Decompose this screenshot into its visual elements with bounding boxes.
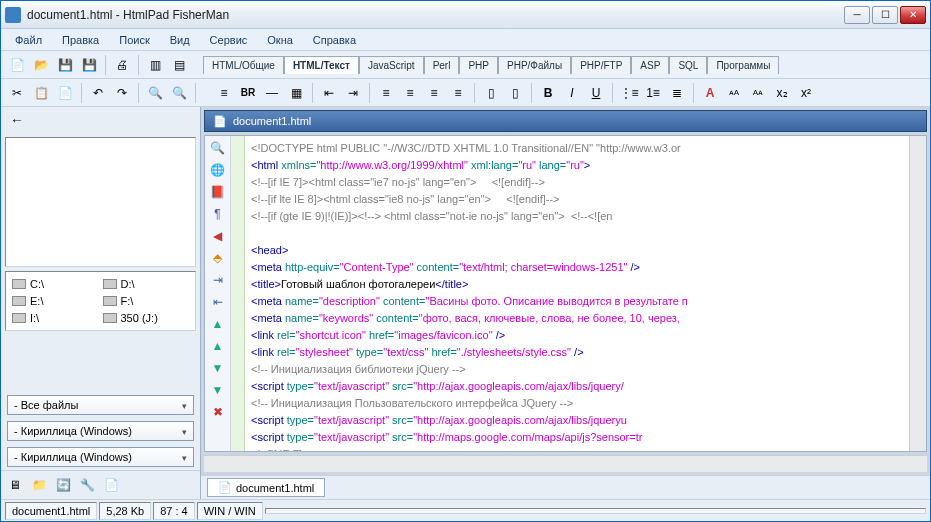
tool-icon[interactable]: 🔧 xyxy=(77,475,97,495)
indent-icon[interactable]: ⇥ xyxy=(210,272,226,288)
align-right-icon[interactable]: ≡ xyxy=(424,83,444,103)
cut-icon[interactable]: ✂ xyxy=(7,83,27,103)
maximize-button[interactable]: ☐ xyxy=(872,6,898,24)
tab-html-text[interactable]: HTML/Текст xyxy=(284,56,359,74)
font-small-icon[interactable]: ᴀA xyxy=(724,83,744,103)
arrow-down-icon[interactable]: ▼ xyxy=(210,360,226,376)
status-size: 5,28 Kb xyxy=(99,502,151,520)
br-icon[interactable]: BR xyxy=(238,83,258,103)
menu-file[interactable]: Файл xyxy=(7,31,50,49)
font-big-icon[interactable]: Aᴀ xyxy=(748,83,768,103)
list-dl-icon[interactable]: ≣ xyxy=(667,83,687,103)
pre-icon[interactable]: ▦ xyxy=(286,83,306,103)
paste-icon[interactable]: 📄 xyxy=(55,83,75,103)
save-icon[interactable]: 💾 xyxy=(55,55,75,75)
cross-icon[interactable]: ✖ xyxy=(210,404,226,420)
file-tree[interactable] xyxy=(5,137,196,267)
close-button[interactable]: ✕ xyxy=(900,6,926,24)
panel2-icon[interactable]: ▤ xyxy=(169,55,189,75)
menu-windows[interactable]: Окна xyxy=(259,31,301,49)
menu-help[interactable]: Справка xyxy=(305,31,364,49)
list-ul-icon[interactable]: ⋮≡ xyxy=(619,83,639,103)
vertical-scrollbar[interactable] xyxy=(909,136,926,451)
font-icon[interactable]: A xyxy=(700,83,720,103)
chevron-down-icon xyxy=(182,399,187,411)
pilcrow-icon[interactable]: ¶ xyxy=(210,206,226,222)
tab-sql[interactable]: SQL xyxy=(669,56,707,74)
hr-icon[interactable]: — xyxy=(262,83,282,103)
minimize-button[interactable]: ─ xyxy=(844,6,870,24)
outdent-icon[interactable]: ⇤ xyxy=(210,294,226,310)
drive-i[interactable]: I:\ xyxy=(12,311,99,324)
indent-right-icon[interactable]: ⇥ xyxy=(343,83,363,103)
tab-php[interactable]: PHP xyxy=(459,56,498,74)
tab-javascript[interactable]: JavaScript xyxy=(359,56,424,74)
replace-icon[interactable]: 🔍 xyxy=(169,83,189,103)
undo-icon[interactable]: ↶ xyxy=(88,83,108,103)
category-tabs: HTML/Общие HTML/Текст JavaScript Perl PH… xyxy=(203,56,779,74)
superscript-icon[interactable]: x² xyxy=(796,83,816,103)
globe-icon[interactable]: 🌐 xyxy=(210,162,226,178)
underline-icon[interactable]: U xyxy=(586,83,606,103)
tab-perl[interactable]: Perl xyxy=(424,56,460,74)
tab-php-files[interactable]: PHP/Файлы xyxy=(498,56,571,74)
align-center-icon[interactable]: ≡ xyxy=(400,83,420,103)
italic-icon[interactable]: I xyxy=(562,83,582,103)
encoding-combo-2[interactable]: - Кириллица (Windows) xyxy=(7,447,194,467)
drive-j[interactable]: 350 (J:) xyxy=(103,311,190,324)
panel1-icon[interactable]: ▥ xyxy=(145,55,165,75)
layout2-icon[interactable]: ▯ xyxy=(505,83,525,103)
align-left-icon[interactable]: ≡ xyxy=(376,83,396,103)
print-icon[interactable]: 🖨 xyxy=(112,55,132,75)
fold-margin[interactable] xyxy=(231,136,245,451)
drive-icon xyxy=(103,279,117,289)
subscript-icon[interactable]: x₂ xyxy=(772,83,792,103)
new-file-icon[interactable]: 📄 xyxy=(7,55,27,75)
layout1-icon[interactable]: ▯ xyxy=(481,83,501,103)
menu-edit[interactable]: Правка xyxy=(54,31,107,49)
arrow-up-icon[interactable]: ▲ xyxy=(210,316,226,332)
bookmark-icon[interactable]: ◀ xyxy=(210,228,226,244)
bottom-tabs: 📄 document1.html xyxy=(201,475,930,499)
list-ol-icon[interactable]: 1≡ xyxy=(643,83,663,103)
tab-asp[interactable]: ASP xyxy=(631,56,669,74)
separator xyxy=(195,83,196,103)
arrow-down2-icon[interactable]: ▼ xyxy=(210,382,226,398)
menu-tools[interactable]: Сервис xyxy=(202,31,256,49)
menu-view[interactable]: Вид xyxy=(162,31,198,49)
pc-icon[interactable]: 🖥 xyxy=(5,475,25,495)
filter-combo[interactable]: - Все файлы xyxy=(7,395,194,415)
tab-html-general[interactable]: HTML/Общие xyxy=(203,56,284,74)
status-pos: 87 : 4 xyxy=(153,502,195,520)
heading-icon[interactable]: ≡ xyxy=(214,83,234,103)
drive-c[interactable]: C:\ xyxy=(12,278,99,291)
zoom-icon[interactable]: 🔍 xyxy=(210,140,226,156)
drive-e[interactable]: E:\ xyxy=(12,295,99,308)
menu-search[interactable]: Поиск xyxy=(111,31,157,49)
drive-f[interactable]: F:\ xyxy=(103,295,190,308)
back-arrow-icon[interactable]: ← xyxy=(7,110,27,130)
redo-icon[interactable]: ↷ xyxy=(112,83,132,103)
tab-programs[interactable]: Программы xyxy=(707,56,779,74)
encoding-combo-1[interactable]: - Кириллица (Windows) xyxy=(7,421,194,441)
document-tab[interactable]: 📄 document1.html xyxy=(204,110,927,132)
doc-icon[interactable]: 📄 xyxy=(101,475,121,495)
sidebar: ← C:\ D:\ E:\ F:\ I:\ 350 (J:) - Все фай… xyxy=(1,107,201,499)
code-area[interactable]: <!DOCTYPE html PUBLIC "-//W3C//DTD XHTML… xyxy=(245,136,909,451)
drive-d[interactable]: D:\ xyxy=(103,278,190,291)
arrow-up2-icon[interactable]: ▲ xyxy=(210,338,226,354)
tag-icon[interactable]: ⬘ xyxy=(210,250,226,266)
bold-icon[interactable]: B xyxy=(538,83,558,103)
horizontal-scrollbar[interactable] xyxy=(204,455,927,472)
tab-php-ftp[interactable]: PHP/FTP xyxy=(571,56,631,74)
indent-left-icon[interactable]: ⇤ xyxy=(319,83,339,103)
save-all-icon[interactable]: 💾 xyxy=(79,55,99,75)
bottom-doc-tab[interactable]: 📄 document1.html xyxy=(207,478,325,497)
open-folder-icon[interactable]: 📂 xyxy=(31,55,51,75)
find-icon[interactable]: 🔍 xyxy=(145,83,165,103)
folder-icon[interactable]: 📁 xyxy=(29,475,49,495)
refresh-icon[interactable]: 🔄 xyxy=(53,475,73,495)
book-icon[interactable]: 📕 xyxy=(210,184,226,200)
copy-icon[interactable]: 📋 xyxy=(31,83,51,103)
align-justify-icon[interactable]: ≡ xyxy=(448,83,468,103)
